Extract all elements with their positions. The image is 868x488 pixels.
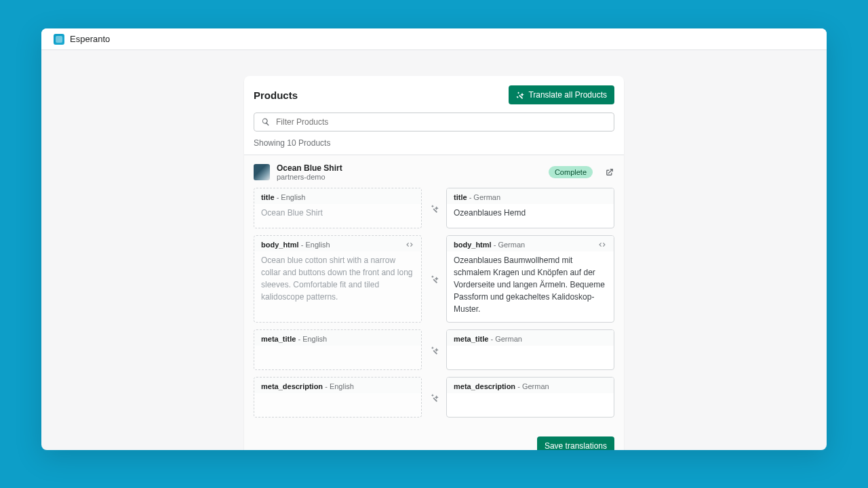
field-meta-desc-de-value[interactable] bbox=[447, 393, 614, 403]
search-box[interactable] bbox=[254, 113, 614, 131]
product-title: Ocean Blue Shirt bbox=[277, 163, 542, 173]
code-icon[interactable] bbox=[597, 241, 607, 249]
wand-icon bbox=[516, 91, 524, 99]
field-meta-desc-en-value bbox=[254, 393, 421, 403]
status-badge: Complete bbox=[549, 166, 593, 178]
showing-count: Showing 10 Products bbox=[254, 138, 614, 148]
translate-field-body-button[interactable] bbox=[427, 235, 441, 323]
topbar: Esperanto bbox=[41, 28, 827, 50]
external-link-icon bbox=[605, 167, 614, 177]
product-card: Ocean Blue Shirt partners-demo Complete … bbox=[244, 155, 624, 450]
app-name: Esperanto bbox=[70, 34, 110, 44]
content-area: Products Translate all Products Showing … bbox=[41, 50, 827, 450]
search-icon bbox=[261, 117, 271, 127]
product-vendor: partners-demo bbox=[277, 173, 542, 181]
field-title-de-value[interactable]: Ozeanblaues Hemd bbox=[447, 204, 614, 226]
field-meta-title-source: meta_title - English bbox=[254, 329, 422, 370]
field-meta-title-de-value[interactable] bbox=[447, 346, 614, 355]
translate-field-title-button[interactable] bbox=[427, 188, 441, 228]
wand-icon bbox=[430, 204, 439, 213]
translate-field-meta-title-button[interactable] bbox=[427, 329, 441, 370]
app-logo-icon bbox=[54, 34, 64, 45]
field-row-body: body_html - English Ocean blue cotton sh… bbox=[254, 235, 614, 323]
products-panel: Products Translate all Products Showing … bbox=[244, 76, 624, 450]
field-meta-desc-target[interactable]: meta_description - German bbox=[446, 377, 614, 418]
field-body-source: body_html - English Ocean blue cotton sh… bbox=[254, 235, 422, 323]
field-row-meta-desc: meta_description - English meta_descript… bbox=[254, 377, 614, 418]
external-link-button[interactable] bbox=[605, 167, 614, 177]
wand-icon bbox=[430, 393, 439, 402]
field-body-de-value[interactable]: Ozeanblaues Baumwollhemd mit schmalem Kr… bbox=[447, 251, 614, 322]
field-meta-title-en-value bbox=[254, 346, 421, 355]
code-icon[interactable] bbox=[405, 241, 414, 249]
wand-icon bbox=[430, 274, 439, 283]
field-row-meta-title: meta_title - English meta_title - German bbox=[254, 329, 614, 370]
wand-icon bbox=[430, 346, 439, 354]
page-title: Products bbox=[254, 89, 298, 101]
search-input[interactable] bbox=[276, 117, 607, 127]
field-title-target[interactable]: title - German Ozeanblaues Hemd bbox=[446, 188, 614, 228]
field-meta-title-target[interactable]: meta_title - German bbox=[446, 329, 614, 370]
save-label: Save translations bbox=[545, 441, 607, 450]
translate-all-label: Translate all Products bbox=[528, 90, 607, 100]
field-body-en-value: Ocean blue cotton shirt with a narrow co… bbox=[254, 251, 421, 310]
field-body-target[interactable]: body_html - German Ozeanblaues Baumwollh… bbox=[446, 235, 614, 323]
app-window: Esperanto Products Translate all Product… bbox=[41, 28, 827, 450]
field-row-title: title - English Ocean Blue Shirt title -… bbox=[254, 188, 614, 228]
translate-all-button[interactable]: Translate all Products bbox=[509, 85, 614, 104]
field-title-source: title - English Ocean Blue Shirt bbox=[254, 188, 422, 228]
field-title-en-value: Ocean Blue Shirt bbox=[254, 204, 421, 226]
save-button[interactable]: Save translations bbox=[537, 436, 614, 450]
field-meta-desc-source: meta_description - English bbox=[254, 377, 422, 418]
translate-field-meta-desc-button[interactable] bbox=[427, 377, 441, 418]
product-header: Ocean Blue Shirt partners-demo Complete bbox=[244, 155, 624, 188]
panel-header: Products Translate all Products bbox=[254, 85, 614, 104]
product-thumbnail bbox=[254, 164, 270, 180]
